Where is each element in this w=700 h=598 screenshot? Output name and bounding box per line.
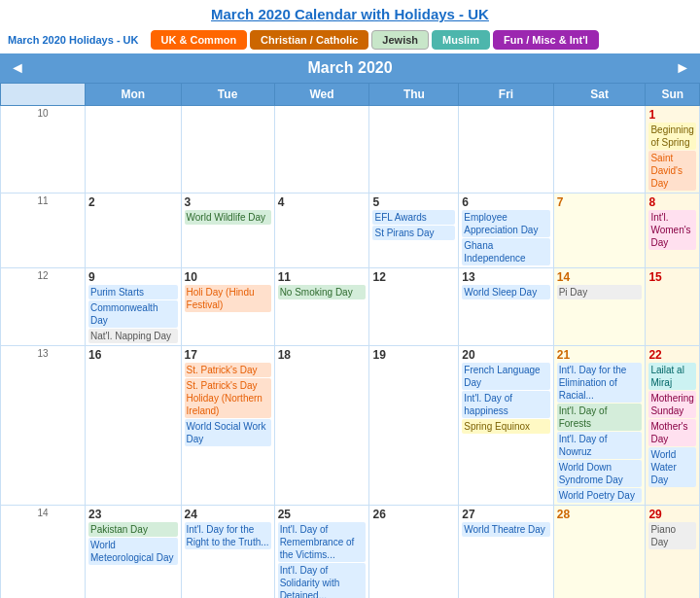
header-sat: Sat: [553, 84, 646, 106]
calendar-day: 5EFL AwardsSt Pirans Day: [369, 193, 459, 268]
holiday-label: Commonwealth Day: [88, 300, 178, 328]
week-number: 13: [1, 346, 86, 506]
holiday-label: St Pirans Day: [372, 226, 455, 240]
calendar-day: 11No Smoking Day: [274, 268, 369, 346]
month-navigation: ◄ March 2020 ►: [0, 53, 700, 83]
day-number: 12: [372, 270, 455, 284]
day-number: 27: [462, 508, 549, 521]
calendar-day: 6Employee Appreciation DayGhana Independ…: [459, 193, 553, 268]
week-number: 11: [1, 193, 86, 268]
header-wed: Wed: [274, 84, 369, 106]
calendar-day: 16: [85, 346, 181, 506]
filter-tabs: UK & Common Christian / Catholic Jewish …: [151, 30, 599, 50]
calendar-day: [459, 106, 553, 193]
header-sun: Sun: [646, 84, 700, 106]
week-number: 14: [1, 506, 86, 599]
holiday-label: Spring Equinox: [462, 419, 549, 434]
holiday-label: World Social Work Day: [185, 419, 271, 446]
day-number: 5: [372, 195, 455, 209]
holiday-label: World Meteorological Day: [88, 538, 178, 565]
week-num-header: [1, 84, 86, 106]
calendar-day: 10Holi Day (Hindu Festival): [181, 268, 274, 346]
day-number: 16: [88, 348, 178, 362]
day-number: 9: [88, 270, 178, 284]
day-number: 10: [185, 270, 271, 284]
holiday-label: Pi Day: [557, 285, 643, 299]
tab-christian-catholic[interactable]: Christian / Catholic: [250, 30, 368, 50]
holiday-label: Employee Appreciation Day: [462, 210, 549, 237]
calendar-day: 25Int'l. Day of Remembrance of the Victi…: [274, 506, 369, 599]
calendar-day: 24Int'l. Day for the Right to the Truth.…: [181, 506, 274, 599]
calendar-day: 4: [274, 193, 369, 268]
day-number: 20: [462, 348, 549, 362]
calendar-day: 9Purim StartsCommonwealth DayNat'l. Napp…: [85, 268, 181, 346]
calendar-day: 7: [553, 193, 646, 268]
header-tue: Tue: [181, 84, 274, 106]
calendar-day: 17St. Patrick's DaySt. Patrick's Day Hol…: [181, 346, 274, 506]
filter-label: March 2020 Holidays - UK: [8, 34, 139, 46]
calendar-day: 3World Wildlife Day: [181, 193, 274, 268]
calendar-day: 12: [369, 268, 459, 346]
page-title: March 2020 Calendar with Holidays - UK: [0, 0, 700, 26]
prev-month-button[interactable]: ◄: [0, 59, 35, 77]
calendar-week-row: 1423Pakistan DayWorld Meteorological Day…: [1, 506, 700, 599]
calendar-day: 29Piano Day: [646, 506, 700, 599]
calendar-day: 1Beginning of SpringSaint David's Day: [646, 106, 700, 193]
holiday-label: Mothering Sunday: [648, 391, 696, 418]
holiday-label: Int'l. Day of Remembrance of the Victims…: [278, 522, 367, 562]
filter-bar: March 2020 Holidays - UK UK & Common Chr…: [0, 26, 700, 53]
next-month-button[interactable]: ►: [665, 59, 700, 77]
day-number: 26: [372, 508, 455, 521]
calendar-day: 18: [274, 346, 369, 506]
holiday-label: World Theatre Day: [462, 522, 549, 537]
holiday-label: Int'l. Day for the Right to the Truth...: [185, 522, 271, 549]
calendar-day: 27World Theatre Day: [459, 506, 553, 599]
tab-muslim[interactable]: Muslim: [432, 30, 490, 50]
calendar-header-row: Mon Tue Wed Thu Fri Sat Sun: [1, 84, 700, 106]
calendar-week-row: 129Purim StartsCommonwealth DayNat'l. Na…: [1, 268, 700, 346]
holiday-label: World Water Day: [648, 447, 696, 487]
calendar-day: 13World Sleep Day: [459, 268, 553, 346]
calendar-day: [274, 106, 369, 193]
day-number: 24: [185, 508, 271, 521]
day-number: 7: [557, 195, 643, 209]
day-number: 18: [278, 348, 367, 362]
header-thu: Thu: [369, 84, 459, 106]
holiday-label: Int'l. Women's Day: [648, 210, 696, 250]
day-number: 17: [185, 348, 271, 362]
day-number: 23: [88, 508, 178, 521]
holiday-label: Piano Day: [648, 522, 696, 549]
holiday-label: Purim Starts: [88, 285, 178, 299]
day-number: 3: [185, 195, 271, 209]
calendar-week-row: 1123World Wildlife Day45EFL AwardsSt Pir…: [1, 193, 700, 268]
calendar-day: 8Int'l. Women's Day: [646, 193, 700, 268]
calendar-week-row: 131617St. Patrick's DaySt. Patrick's Day…: [1, 346, 700, 506]
calendar-day: 26: [369, 506, 459, 599]
holiday-label: Int'l. Day of Nowruz: [557, 432, 643, 459]
month-year-title: March 2020: [307, 59, 392, 77]
day-number: 29: [648, 508, 696, 521]
holiday-label: World Down Syndrome Day: [557, 460, 643, 487]
header-fri: Fri: [459, 84, 553, 106]
day-number: 14: [557, 270, 643, 284]
week-number: 12: [1, 268, 86, 346]
day-number: 8: [648, 195, 696, 209]
day-number: 19: [372, 348, 455, 362]
calendar-day: [181, 106, 274, 193]
holiday-label: Beginning of Spring: [648, 123, 696, 150]
tab-uk-common[interactable]: UK & Common: [151, 30, 248, 50]
day-number: 4: [278, 195, 367, 209]
calendar-day: 19: [369, 346, 459, 506]
day-number: 28: [557, 508, 643, 521]
header-mon: Mon: [85, 84, 181, 106]
holiday-label: No Smoking Day: [278, 285, 367, 299]
calendar-day: 2: [85, 193, 181, 268]
calendar-day: 15: [646, 268, 700, 346]
calendar-day: [369, 106, 459, 193]
holiday-label: World Sleep Day: [462, 285, 549, 299]
tab-fun-misc[interactable]: Fun / Misc & Int'l: [493, 30, 599, 50]
tab-jewish[interactable]: Jewish: [371, 30, 429, 50]
week-number: 10: [1, 106, 86, 193]
holiday-label: World Poetry Day: [557, 488, 643, 503]
holiday-label: Mother's Day: [648, 419, 696, 446]
